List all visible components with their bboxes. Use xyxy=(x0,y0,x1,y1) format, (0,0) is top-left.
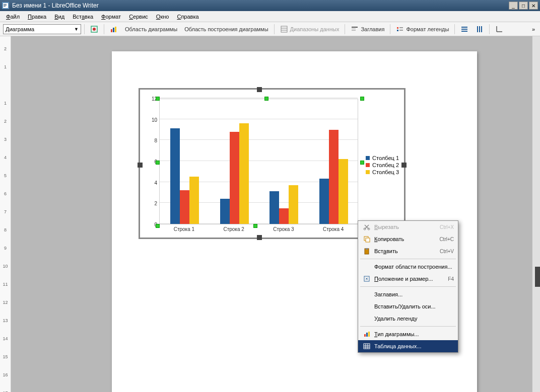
ruler-tick: 12 xyxy=(0,300,11,305)
svg-rect-13 xyxy=(352,29,356,29)
context-menu-item[interactable]: Таблица данных... xyxy=(358,340,458,352)
app-icon xyxy=(2,2,9,9)
axes-button[interactable] xyxy=(493,24,506,35)
ruler-tick: 9 xyxy=(0,246,11,251)
menu-файл[interactable]: Файл xyxy=(2,12,24,21)
titles-button[interactable]: Заглавия xyxy=(348,24,387,35)
svg-rect-14 xyxy=(352,30,356,31)
bar[interactable] xyxy=(230,132,239,224)
context-menu-item[interactable]: КопироватьCtrl+C xyxy=(358,233,458,245)
context-menu-label: Заглавия... xyxy=(374,291,454,297)
svg-rect-18 xyxy=(399,30,403,31)
context-menu-label: Таблица данных... xyxy=(374,343,454,349)
hgrid-icon xyxy=(460,25,468,33)
svg-rect-17 xyxy=(397,30,398,31)
menu-вид[interactable]: Вид xyxy=(50,12,69,21)
ruler-tick: 3 xyxy=(0,137,11,142)
menu-окно[interactable]: Окно xyxy=(152,12,173,21)
plot-area-button[interactable]: Область построения диаграммы xyxy=(182,24,271,35)
sel-handle[interactable] xyxy=(156,161,160,165)
bar[interactable] xyxy=(319,179,329,224)
sel-handle[interactable] xyxy=(253,224,257,228)
resize-handle-top[interactable] xyxy=(257,87,262,92)
legend-item: Столбец 2 xyxy=(366,162,399,168)
context-menu-item[interactable]: Положение и размер...F4 xyxy=(358,273,458,285)
bar[interactable] xyxy=(180,190,189,224)
bar[interactable] xyxy=(329,130,339,224)
context-menu-item[interactable]: Удалить легенду xyxy=(358,312,458,325)
sel-handle[interactable] xyxy=(156,97,160,101)
menu-правка[interactable]: Правка xyxy=(24,12,50,21)
chart-type-button[interactable] xyxy=(107,24,120,35)
bar[interactable] xyxy=(269,191,279,224)
side-panel-tab[interactable] xyxy=(535,267,540,287)
menu-вставка[interactable]: Вставка xyxy=(69,12,97,21)
svg-rect-36 xyxy=(368,332,370,337)
window-title: Без имени 1 - LibreOffice Writer xyxy=(12,2,509,9)
bar[interactable] xyxy=(339,159,348,224)
close-button[interactable]: ✕ xyxy=(529,2,538,10)
legend-item: Столбец 1 xyxy=(366,155,399,161)
context-menu-item[interactable]: Формат области построения... xyxy=(358,261,458,273)
ruler-tick: 15 xyxy=(0,354,11,359)
legend-swatch xyxy=(366,170,370,174)
legend-format-button[interactable]: Формат легенды xyxy=(393,24,451,35)
bar[interactable] xyxy=(189,177,199,224)
bar[interactable] xyxy=(170,128,180,224)
menu-справка[interactable]: Справка xyxy=(173,12,202,21)
svg-rect-8 xyxy=(115,27,116,32)
menu-формат[interactable]: Формат xyxy=(97,12,125,21)
format-selection-button[interactable] xyxy=(88,24,101,35)
toolbar-overflow-button[interactable]: » xyxy=(530,26,537,32)
ruler-tick: 8 xyxy=(0,227,11,232)
vgrid-button[interactable] xyxy=(473,24,486,35)
ruler-tick: 16 xyxy=(0,372,11,377)
vertical-ruler[interactable]: 211234567891011121314151617 xyxy=(0,36,11,392)
maximize-button[interactable]: □ xyxy=(519,2,528,10)
chart-element-combo[interactable]: Диаграмма ▼ xyxy=(3,24,81,34)
svg-rect-9 xyxy=(281,26,287,32)
sel-handle[interactable] xyxy=(360,161,364,165)
svg-point-5 xyxy=(93,28,96,31)
legend-item: Столбец 3 xyxy=(366,169,399,175)
resize-handle-right[interactable] xyxy=(401,163,407,168)
context-menu-shortcut: F4 xyxy=(448,276,454,282)
chart-object[interactable]: 024681012 Строка 1Строка 2Строка 3Строка… xyxy=(139,88,406,239)
bar[interactable] xyxy=(220,199,230,224)
legend-swatch xyxy=(366,163,370,167)
bar[interactable] xyxy=(279,208,289,224)
bar[interactable] xyxy=(239,123,249,224)
context-menu-item[interactable]: Заглавия... xyxy=(358,288,458,300)
menu-сервис[interactable]: Сервис xyxy=(125,12,152,21)
context-menu-item[interactable]: Вставить/Удалить оси... xyxy=(358,300,458,312)
plot-area[interactable] xyxy=(159,99,358,224)
svg-rect-30 xyxy=(366,238,370,242)
sel-handle[interactable] xyxy=(156,224,160,228)
blank-icon xyxy=(362,315,371,323)
minimize-button[interactable]: _ xyxy=(509,2,518,10)
vertical-scrollbar[interactable] xyxy=(532,36,540,392)
ruler-tick: 1 xyxy=(0,101,11,106)
resize-handle-left[interactable] xyxy=(138,163,143,168)
data-ranges-icon xyxy=(280,25,288,33)
y-tick: 4 xyxy=(154,180,157,186)
data-ranges-button[interactable]: Диапазоны данных xyxy=(278,24,342,35)
sel-handle[interactable] xyxy=(360,97,364,101)
chart-type-icon xyxy=(110,25,118,33)
bar[interactable] xyxy=(289,185,298,224)
blank-icon xyxy=(362,290,371,298)
context-menu-item[interactable]: ВставитьCtrl+V xyxy=(358,245,458,257)
context-menu-item[interactable]: Тип диаграммы... xyxy=(358,328,458,340)
ruler-tick: 2 xyxy=(0,119,11,124)
x-tick: Строка 2 xyxy=(209,226,259,237)
chart-area-button[interactable]: Область диаграммы xyxy=(122,24,180,35)
svg-rect-15 xyxy=(397,27,398,29)
sel-handle[interactable] xyxy=(264,97,268,101)
ruler-tick: 7 xyxy=(0,209,11,214)
hgrid-button[interactable] xyxy=(458,24,471,35)
data-table-icon xyxy=(362,342,371,350)
chart-legend[interactable]: Столбец 1Столбец 2Столбец 3 xyxy=(366,154,399,176)
x-tick: Строка 4 xyxy=(308,226,358,237)
context-menu-shortcut: Ctrl+V xyxy=(440,249,454,254)
titles-icon xyxy=(351,25,359,33)
